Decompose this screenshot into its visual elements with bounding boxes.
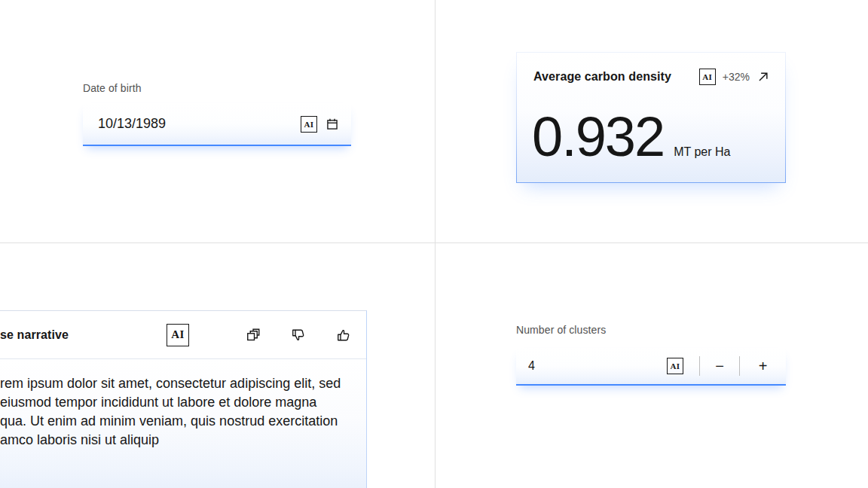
grid-divider-horizontal bbox=[0, 242, 868, 243]
ai-label[interactable]: AI bbox=[301, 116, 317, 133]
metric-tile-surface: Average carbon density AI +32% bbox=[517, 53, 785, 182]
thumbs-up-button[interactable] bbox=[336, 328, 351, 343]
copy-button[interactable] bbox=[246, 328, 261, 343]
narrative-header: se narrative AI bbox=[0, 311, 366, 359]
thumbs-up-icon bbox=[336, 328, 351, 343]
grid-divider-vertical bbox=[435, 0, 436, 488]
number-input-value: 4 bbox=[516, 359, 535, 373]
narrative-card: se narrative AI bbox=[0, 310, 367, 488]
narrative-text: rem ipsum dolor sit amet, consectetur ad… bbox=[0, 376, 341, 447]
ai-label[interactable]: AI bbox=[667, 358, 683, 374]
ai-label-text: AI bbox=[670, 361, 680, 371]
ai-label-text: AI bbox=[304, 120, 313, 129]
decrement-button[interactable]: − bbox=[700, 348, 739, 384]
narrative-title: se narrative bbox=[0, 328, 69, 342]
add-icon: + bbox=[759, 358, 768, 375]
narrative-textarea[interactable]: rem ipsum dolor sit amet, consectetur ad… bbox=[0, 359, 366, 488]
copy-icon bbox=[246, 328, 261, 343]
clusters-field-label: Number of clusters bbox=[516, 323, 606, 337]
date-input[interactable]: 10/13/1989 AI bbox=[83, 103, 351, 146]
metric-tile: Average carbon density AI +32% bbox=[516, 52, 786, 183]
subtract-icon: − bbox=[715, 358, 724, 375]
thumbs-down-button[interactable] bbox=[291, 328, 306, 343]
calendar-icon bbox=[326, 117, 339, 131]
metric-tile-title: Average carbon density bbox=[533, 70, 671, 84]
metric-unit: MT per Ha bbox=[674, 145, 730, 159]
ai-label[interactable]: AI bbox=[699, 69, 716, 85]
canvas: Date of birth 10/13/1989 AI bbox=[0, 0, 868, 488]
metric-delta: +32% bbox=[723, 71, 750, 83]
metric-value: 0.932 bbox=[532, 109, 664, 165]
increment-button[interactable]: + bbox=[740, 348, 786, 384]
calendar-button[interactable] bbox=[326, 117, 339, 131]
date-field-label: Date of birth bbox=[83, 81, 142, 95]
trend-link-button[interactable] bbox=[756, 70, 770, 84]
date-input-value: 10/13/1989 bbox=[98, 116, 166, 132]
ai-label[interactable]: AI bbox=[167, 324, 189, 346]
ai-label-text: AI bbox=[171, 328, 185, 341]
number-input[interactable]: 4 AI − + bbox=[516, 348, 786, 386]
arrow-up-right-icon bbox=[756, 70, 770, 84]
ai-label-text: AI bbox=[702, 72, 712, 81]
thumbs-down-icon bbox=[291, 328, 306, 343]
